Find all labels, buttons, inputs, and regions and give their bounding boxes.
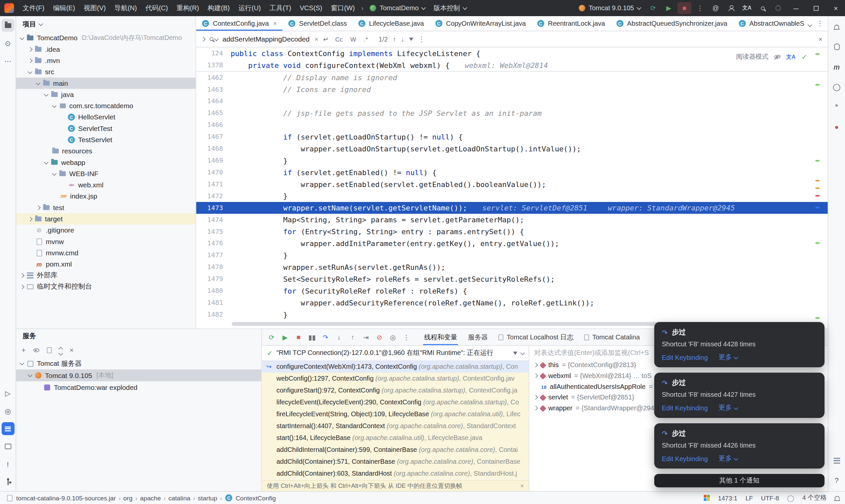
chevron-down-icon[interactable]	[734, 456, 738, 460]
debug-tab-tomcat-localhost[interactable]: Tomcat Localhost 日志	[493, 329, 579, 345]
menu-item-vcs-s[interactable]: VCS(S)	[295, 0, 327, 16]
debug-tab-item-1[interactable]: 服务器	[463, 329, 493, 345]
tree-item-tomcat-9-0-105[interactable]: Tomcat 9.0.105[本地]	[16, 370, 261, 381]
code-line-1475[interactable]: 1475 for (Entry<String, String> entry : …	[196, 226, 828, 237]
search-more-icon[interactable]: ⋮	[418, 35, 425, 43]
step-over-button[interactable]: ↷	[319, 330, 332, 343]
windows-colors-icon[interactable]	[704, 495, 710, 501]
step-out-button[interactable]: ↑	[346, 330, 359, 343]
services-tool-button[interactable]	[1, 422, 14, 435]
code-editor[interactable]: 124public class ContextConfig implements…	[196, 48, 828, 328]
vcs-widget[interactable]: 版本控制	[429, 2, 470, 14]
stack-frame-row[interactable]: webConfig():1297, ContextConfig (org.apa…	[262, 373, 528, 384]
code-line-1481[interactable]: 1481 wrapper.addSecurityReference(roleRe…	[196, 297, 828, 309]
code-line-1469[interactable]: 1469 }	[196, 155, 828, 166]
line-number[interactable]: 1465	[196, 107, 230, 119]
chevron-right-icon[interactable]	[36, 205, 40, 210]
chevron-right-icon[interactable]	[533, 406, 538, 410]
code-line-1470[interactable]: 1470 if (servlet.getEnabled() != null) {	[196, 166, 828, 178]
debug-tab-tomcat-catalina[interactable]: Tomcat Catalina	[579, 329, 645, 345]
newline-icon[interactable]: ↵	[323, 35, 329, 43]
plugin-tool-button[interactable]: ●	[830, 120, 843, 133]
tree-item-item-22[interactable]: 临时文件和控制台	[16, 281, 196, 292]
help-tool-button[interactable]: ?	[830, 474, 843, 487]
search-icon[interactable]	[209, 37, 217, 41]
tab-reentrantlock-java[interactable]: CReentrantLock.java	[531, 16, 610, 31]
tree-item-web-inf[interactable]: WEB-INF	[16, 168, 196, 179]
vcs-tool-button[interactable]	[1, 475, 14, 488]
toolbar-overflow-chevron-icon[interactable]: ›	[361, 4, 364, 12]
chevron-down-icon[interactable]	[807, 22, 812, 27]
chevron-right-icon[interactable]	[533, 374, 538, 378]
menu-item-t[interactable]: 工具(T)	[265, 0, 295, 16]
more-actions-button[interactable]: ⋮	[400, 330, 412, 343]
add-service-button[interactable]: +	[21, 346, 25, 354]
search-filter-icon[interactable]	[409, 37, 413, 40]
resume-button[interactable]: ▶	[662, 2, 676, 14]
stack-frame-row[interactable]: startInternal():4407, StandardContext (o…	[262, 420, 528, 432]
scrollbar-marker-column[interactable]	[815, 48, 820, 328]
line-number[interactable]: 1462	[196, 72, 230, 84]
search-input[interactable]: addServletMappingDecoded	[223, 35, 310, 43]
breadcrumb-contextconfig[interactable]: CContextConfig	[225, 494, 276, 502]
tree-item-tomcat[interactable]: Tomcat 服务器	[16, 358, 261, 370]
code-line-1482[interactable]: 1482 }	[196, 309, 828, 321]
stack-frame-row[interactable]: fireLifecycleEvent(String, Object):109, …	[262, 408, 528, 420]
tree-item-pom-xml[interactable]: mpom.xml	[16, 258, 196, 270]
code-line-1466[interactable]: 1466	[196, 119, 828, 131]
clear-search-icon[interactable]: ×	[315, 35, 318, 43]
resume-button[interactable]: ▶	[279, 330, 292, 343]
close-button[interactable]: ×	[827, 0, 845, 16]
debug-tab-item-0[interactable]: 线程和变量	[419, 329, 463, 345]
breadcrumb-catalina[interactable]: catalina	[168, 494, 190, 502]
line-number[interactable]: 1474	[196, 214, 230, 226]
tree-item-test[interactable]: test	[16, 202, 196, 213]
horizontal-scrollbar[interactable]	[232, 322, 715, 326]
code-line-1471[interactable]: 1471 wrapper.setEnabled(servlet.getEnabl…	[196, 178, 828, 190]
stack-frame-row[interactable]: addChildInternal(Container):599, Contain…	[262, 444, 528, 455]
tree-item-servlettest[interactable]: CServletTest	[16, 123, 196, 134]
code-line-1473[interactable]: 1473 wrapper.setName(servlet.getServletN…	[196, 202, 828, 214]
tab-more-icon[interactable]: ⋮	[816, 19, 823, 28]
menu-item-n[interactable]: 导航(N)	[110, 0, 141, 16]
hide-hints-eye-icon[interactable]	[774, 55, 780, 59]
other-notifications-bar[interactable]: 其他 1 个通知	[654, 474, 825, 487]
tree-item-index-jsp[interactable]: JSPindex.jsp	[16, 191, 196, 202]
code-line-1478[interactable]: 1478 wrapper.setRunAs(servlet.getRunAs()…	[196, 261, 828, 273]
stack-frame-row[interactable]: start():164, LifecycleBase (org.apache.c…	[262, 432, 528, 444]
line-number[interactable]: 1467	[196, 131, 230, 143]
menu-item-b[interactable]: 构建(B)	[203, 0, 234, 16]
tree-item-target[interactable]: target	[16, 213, 196, 224]
stop-button[interactable]: ■	[292, 330, 305, 343]
line-number[interactable]: 1473	[196, 202, 230, 214]
tree-item-com-src-tomcatdemo[interactable]: com.src.tomcatdemo	[16, 100, 196, 111]
expand-all-icon[interactable]	[59, 346, 62, 354]
chevron-down-icon[interactable]	[20, 35, 24, 40]
line-number[interactable]: 1468	[196, 143, 230, 155]
more-link[interactable]: 更多	[719, 353, 737, 362]
words-toggle[interactable]: W	[349, 35, 358, 43]
hide-frames-filter-icon[interactable]	[513, 351, 517, 355]
tab-abstractqueuedsynchronizer-java[interactable]: CAbstractQueuedSynchronizer.java	[610, 16, 733, 31]
line-number[interactable]: 1469	[196, 155, 230, 166]
line-number[interactable]: 1476	[196, 237, 230, 249]
layers-tool-button[interactable]	[830, 454, 843, 467]
inspections-ok-icon[interactable]: ✓	[802, 53, 807, 61]
line-number[interactable]: 1477	[196, 249, 230, 261]
chevron-right-icon[interactable]	[28, 217, 32, 221]
chevron-down-icon[interactable]	[734, 406, 738, 410]
tree-item-item-21[interactable]: 外部库	[16, 270, 196, 281]
file-encoding[interactable]: UTF-8	[761, 494, 779, 502]
stack-frame-row[interactable]: lifecycleEvent(LifecycleEvent):290, Cont…	[262, 396, 528, 408]
line-number[interactable]: 1479	[196, 273, 230, 285]
menu-item-c[interactable]: 代码(C)	[141, 0, 172, 16]
line-number[interactable]: 1378	[196, 59, 230, 71]
tree-item-mvnw-cmd[interactable]: mvnw.cmd	[16, 247, 196, 258]
previous-occurrence-icon[interactable]: ↑	[393, 35, 396, 43]
breadcrumb-startup[interactable]: startup	[198, 494, 217, 502]
tree-item-mvn[interactable]: .mvn	[16, 55, 196, 66]
code-line-1477[interactable]: 1477 }	[196, 249, 828, 261]
stack-frame-row[interactable]: addChild(Container):571, ContainerBase (…	[262, 455, 528, 467]
code-line-1467[interactable]: 1467 if (servlet.getLoadOnStartup() != n…	[196, 131, 828, 143]
breadcrumb-apache[interactable]: apache	[140, 494, 161, 502]
